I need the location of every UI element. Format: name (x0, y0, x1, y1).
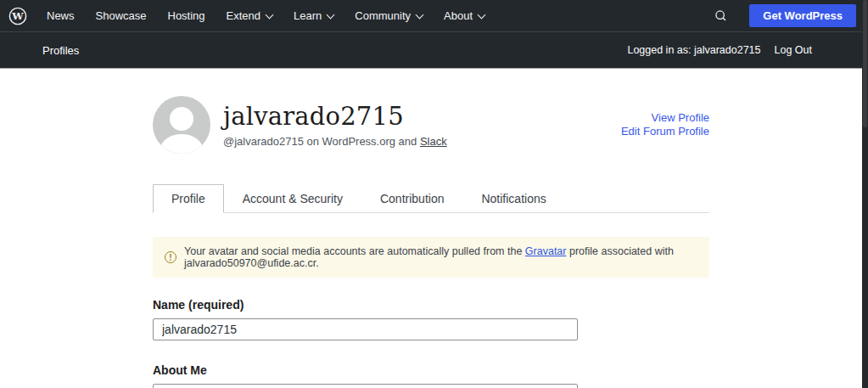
profile-page: jalvarado2715 @jalvarado2715 on WordPres… (153, 96, 709, 388)
gravatar-notice: ! Your avatar and social media accounts … (153, 237, 709, 278)
view-profile-link[interactable]: View Profile (621, 111, 709, 125)
chevron-down-icon (416, 10, 424, 19)
profiles-breadcrumb[interactable]: Profiles (42, 44, 79, 57)
about-me-textarea[interactable] (153, 384, 578, 388)
about-me-label: About Me (153, 363, 709, 377)
tab-account-security[interactable]: Account & Security (224, 184, 361, 213)
notice-text: Your avatar and social media accounts ar… (184, 245, 697, 269)
log-out-link[interactable]: Log Out (775, 44, 812, 56)
primary-nav: News Showcase Hosting Extend Learn Commu… (42, 6, 490, 25)
profile-tabs: Profile Account & Security Contribution … (153, 184, 709, 213)
gravatar-link[interactable]: Gravatar (525, 245, 567, 257)
scrollbar-thumb[interactable] (863, 0, 867, 127)
tab-profile[interactable]: Profile (153, 184, 224, 213)
logged-in-as-label: Logged in as: jalvarado2715 (627, 44, 760, 56)
edit-forum-profile-link[interactable]: Edit Forum Profile (621, 125, 709, 138)
page-title-username: jalvarado2715 (223, 102, 447, 131)
profile-subtitle: @jalvarado2715 on WordPress.org and Slac… (223, 135, 447, 148)
nav-item-community[interactable]: Community (350, 6, 428, 25)
info-icon: ! (165, 251, 176, 263)
tab-contribution[interactable]: Contribution (361, 184, 463, 213)
chevron-down-icon (266, 10, 274, 19)
nav-item-about[interactable]: About (439, 6, 490, 25)
chevron-down-icon (478, 10, 486, 19)
nav-item-learn[interactable]: Learn (288, 6, 339, 25)
name-field-label: Name (required) (153, 298, 709, 312)
name-input[interactable] (153, 318, 578, 340)
wordpress-logo-icon[interactable]: W (8, 7, 27, 25)
chevron-down-icon (327, 10, 335, 19)
profile-header: jalvarado2715 @jalvarado2715 on WordPres… (153, 96, 709, 154)
profiles-toolbar: Profiles Logged in as: jalvarado2715 Log… (0, 31, 868, 68)
slack-link[interactable]: Slack (420, 135, 447, 148)
search-icon[interactable] (712, 8, 729, 25)
nav-item-news[interactable]: News (42, 6, 80, 25)
nav-item-extend[interactable]: Extend (221, 6, 277, 25)
page-scrollbar[interactable] (862, 0, 868, 388)
avatar (153, 96, 210, 154)
nav-item-showcase[interactable]: Showcase (91, 6, 152, 25)
tab-notifications[interactable]: Notifications (462, 184, 564, 213)
global-header: W News Showcase Hosting Extend Learn Com… (0, 0, 868, 31)
get-wordpress-button[interactable]: Get WordPress (749, 4, 856, 27)
svg-text:W: W (11, 10, 24, 22)
nav-item-hosting[interactable]: Hosting (163, 6, 210, 25)
